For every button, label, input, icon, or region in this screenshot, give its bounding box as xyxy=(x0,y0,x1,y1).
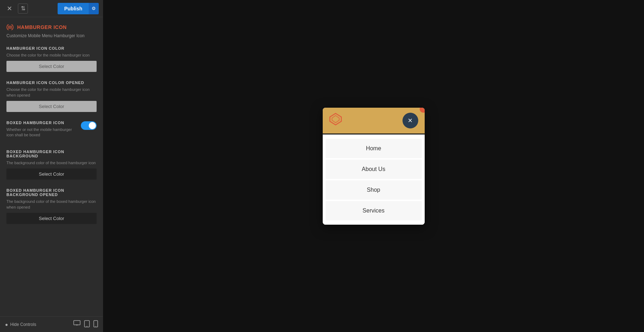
svg-point-8 xyxy=(87,326,87,327)
mobile-logo-icon xyxy=(329,113,342,128)
mobile-header: × xyxy=(323,108,425,133)
boxed-hamburger-toggle[interactable] xyxy=(81,121,97,130)
close-icon: ✕ xyxy=(7,5,12,13)
boxed-bg-label: BOXED HAMBURGER ICON BACKGROUND xyxy=(6,150,97,158)
hide-controls-icon: ● xyxy=(5,322,8,327)
mobile-menu: Home About Us Shop Services xyxy=(323,135,425,225)
gear-icon: ⚙ xyxy=(92,6,96,11)
panel-content: HAMBURGER ICON Customize Mobile Menu Ham… xyxy=(0,17,103,316)
hamburger-color-label: HAMBURGER ICON COLOR xyxy=(6,46,97,50)
hamburger-color-desc: Choose the color for the mobile hamburge… xyxy=(6,53,97,58)
menu-item-about[interactable]: About Us xyxy=(326,160,422,179)
boxed-toggle-label: BOXED HAMBURGER ICON xyxy=(6,121,77,125)
hamburger-color-opened-label: HAMBURGER ICON COLOR OPENED xyxy=(6,80,97,85)
hide-controls-button[interactable]: ● Hide Controls xyxy=(5,322,36,327)
boxed-bg-group: BOXED HAMBURGER ICON BACKGROUND The back… xyxy=(6,150,97,180)
svg-marker-11 xyxy=(330,113,341,125)
publish-button[interactable]: Publish xyxy=(58,3,89,14)
left-panel: ✕ ⇅ Publish ⚙ HAMBURGER ICON xyxy=(0,0,103,332)
desktop-view-icon[interactable] xyxy=(73,320,80,329)
boxed-toggle-text: BOXED HAMBURGER ICON Whether or not the … xyxy=(6,121,77,141)
canvas-area: × Home About Us Shop Services xyxy=(103,0,644,332)
arrows-button[interactable]: ⇅ xyxy=(18,4,28,14)
mobile-close-button[interactable]: × xyxy=(402,113,418,128)
mobile-close-icon: × xyxy=(408,117,413,125)
section-title: HAMBURGER ICON xyxy=(17,24,67,30)
svg-rect-4 xyxy=(74,321,80,325)
hide-controls-label: Hide Controls xyxy=(10,322,36,327)
boxed-bg-desc: The background color of the boxed hambur… xyxy=(6,160,97,166)
bottom-icons xyxy=(73,320,98,329)
top-bar: ✕ ⇅ Publish ⚙ xyxy=(0,0,103,17)
svg-marker-12 xyxy=(332,116,339,123)
svg-point-10 xyxy=(96,326,96,327)
mobile-view-icon[interactable] xyxy=(93,320,98,329)
hamburger-color-opened-desc: Choose the color for the mobile hamburge… xyxy=(6,87,97,98)
hamburger-color-opened-button[interactable]: Select Color xyxy=(6,101,97,112)
boxed-hamburger-toggle-row: BOXED HAMBURGER ICON Whether or not the … xyxy=(6,121,97,141)
menu-item-shop[interactable]: Shop xyxy=(326,180,422,200)
arrows-icon: ⇅ xyxy=(21,5,25,12)
publish-gear-button[interactable]: ⚙ xyxy=(89,3,99,14)
boxed-bg-opened-group: BOXED HAMBURGER ICON BACKGROUND OPENED T… xyxy=(6,188,97,224)
section-description: Customize Mobile Menu Hamburger Icon xyxy=(6,33,97,39)
hamburger-icon xyxy=(6,24,14,30)
close-button[interactable]: ✕ xyxy=(4,4,14,14)
hamburger-icon-color-group: HAMBURGER ICON COLOR Choose the color fo… xyxy=(6,46,97,72)
menu-item-home[interactable]: Home xyxy=(326,139,422,158)
boxed-bg-opened-button[interactable]: Select Color xyxy=(6,213,97,224)
boxed-bg-opened-label: BOXED HAMBURGER ICON BACKGROUND OPENED xyxy=(6,188,97,197)
hamburger-color-button[interactable]: Select Color xyxy=(6,61,97,72)
section-header: HAMBURGER ICON xyxy=(6,24,97,30)
hamburger-icon-color-opened-group: HAMBURGER ICON COLOR OPENED Choose the c… xyxy=(6,80,97,112)
bottom-bar: ● Hide Controls xyxy=(0,316,103,332)
boxed-toggle-desc: Whether or not the mobile hamburger icon… xyxy=(6,127,77,138)
boxed-bg-opened-desc: The background color of the boxed hambur… xyxy=(6,199,97,210)
boxed-bg-button[interactable]: Select Color xyxy=(6,169,97,180)
tablet-view-icon[interactable] xyxy=(84,320,90,329)
publish-area: Publish ⚙ xyxy=(58,3,99,14)
mobile-preview: × Home About Us Shop Services xyxy=(323,108,425,225)
menu-item-services[interactable]: Services xyxy=(326,201,422,220)
